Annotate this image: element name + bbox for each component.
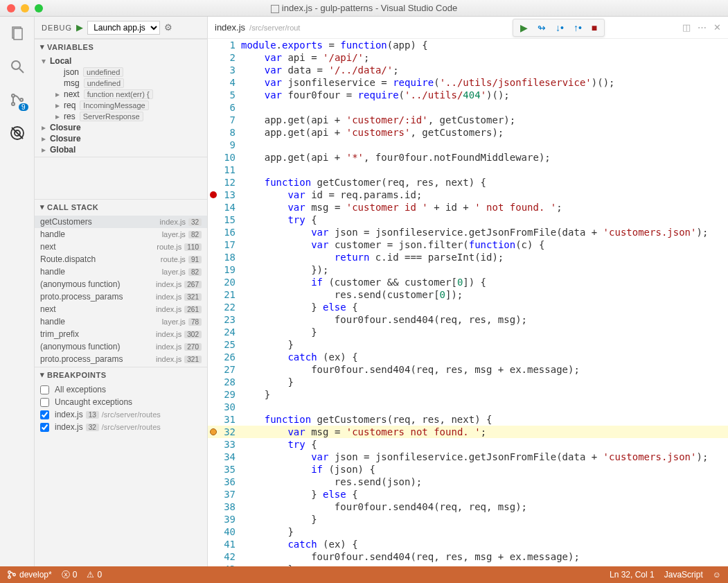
stack-frame[interactable]: handlelayer.js82 — [35, 266, 207, 278]
feedback-icon[interactable]: ☺ — [713, 570, 721, 580]
code-line[interactable]: 19 }); — [208, 263, 728, 276]
code-line[interactable]: 6 — [208, 101, 728, 114]
breakpoint-dot-icon[interactable] — [210, 191, 217, 198]
stop-button[interactable]: ■ — [592, 22, 597, 33]
code-line[interactable]: 21 res.send(customer[0]); — [208, 288, 728, 301]
code-line[interactable]: 41 catch (ex) { — [208, 538, 728, 550]
debug-icon[interactable] — [8, 123, 27, 143]
variable-row[interactable]: ▸resServerResponse — [35, 111, 207, 122]
debug-settings-button[interactable]: ⚙ — [164, 22, 172, 33]
breakpoint-checkbox[interactable] — [40, 423, 49, 432]
variable-row[interactable]: msgundefined — [35, 78, 207, 89]
continue-button[interactable]: ▶ — [520, 22, 528, 33]
more-icon[interactable]: ⋯ — [698, 22, 707, 33]
code-line[interactable]: 40 } — [208, 525, 728, 538]
step-over-button[interactable]: ↬ — [538, 22, 546, 33]
code-line[interactable]: 27 four0four.send404(req, res, msg + ex.… — [208, 363, 728, 376]
errors-status[interactable]: ⓧ0 — [62, 569, 78, 581]
debug-config-select[interactable]: Launch app.js — [87, 21, 160, 35]
code-line[interactable]: 29 } — [208, 388, 728, 401]
code-line[interactable]: 35 if (json) { — [208, 463, 728, 476]
callstack-section-header[interactable]: ▾CALL STACK — [35, 200, 207, 214]
stack-frame[interactable]: handlelayer.js78 — [35, 315, 207, 328]
code-line[interactable]: 5 var four0four = require('../utils/404'… — [208, 89, 728, 101]
code-line[interactable]: 43 } — [208, 563, 728, 566]
code-line[interactable]: 38 four0four.send404(req, req, msg); — [208, 501, 728, 513]
code-line[interactable]: 25 } — [208, 338, 728, 351]
variable-row[interactable]: ▸nextfunction next(err) { — [35, 89, 207, 100]
code-line[interactable]: 10 app.get(api + '*', four0four.notFound… — [208, 151, 728, 164]
code-line[interactable]: 14 var msg = 'customer id ' + id + ' not… — [208, 201, 728, 214]
step-out-button[interactable]: ↑• — [574, 22, 582, 33]
stack-frame[interactable]: handlelayer.js82 — [35, 228, 207, 241]
close-editor-icon[interactable]: ✕ — [713, 22, 721, 33]
split-editor-icon[interactable]: ◫ — [682, 22, 691, 33]
code-line[interactable]: 30 — [208, 401, 728, 413]
code-line[interactable]: 1module.exports = function(app) { — [208, 39, 728, 51]
breakpoint-row[interactable]: Uncaught exceptions — [35, 396, 207, 408]
variable-scope[interactable]: ▾Local — [35, 55, 207, 67]
language-mode[interactable]: JavaScript — [664, 570, 703, 580]
code-line[interactable]: 12 function getCustomer(req, res, next) … — [208, 176, 728, 189]
breakpoint-row[interactable]: All exceptions — [35, 383, 207, 396]
code-line[interactable]: 18 return c.id === parseInt(id); — [208, 251, 728, 263]
step-into-button[interactable]: ↓• — [556, 22, 564, 33]
source-control-icon[interactable]: 9 — [8, 90, 27, 110]
code-line[interactable]: 7 app.get(api + 'customer/:id', getCusto… — [208, 114, 728, 126]
code-line[interactable]: 8 app.get(api + 'customers', getCustomer… — [208, 126, 728, 139]
code-line[interactable]: 2 var api = '/api/'; — [208, 51, 728, 64]
variable-scope[interactable]: ▸Global — [35, 144, 207, 155]
code-line[interactable]: 34 var json = jsonfileservice.getJsonFro… — [208, 451, 728, 463]
code-line[interactable]: 24 } — [208, 326, 728, 338]
variables-section-header[interactable]: ▾VARIABLES — [35, 40, 207, 54]
code-line[interactable]: 11 — [208, 164, 728, 176]
breakpoint-checkbox[interactable] — [40, 410, 49, 419]
code-line[interactable]: 39 } — [208, 513, 728, 525]
code-line[interactable]: 3 var data = '/../data/'; — [208, 64, 728, 76]
breakpoint-checkbox[interactable] — [40, 385, 49, 394]
variable-scope[interactable]: ▸Closure — [35, 122, 207, 133]
code-line[interactable]: 4 var jsonfileservice = require('../util… — [208, 76, 728, 89]
code-line[interactable]: 13 var id = req.params.id; — [208, 189, 728, 201]
variable-scope[interactable]: ▸Closure — [35, 133, 207, 144]
code-line[interactable]: 15 try { — [208, 214, 728, 226]
breakpoint-row[interactable]: index.js13/src/server/routes — [35, 408, 207, 421]
stack-frame[interactable]: Route.dispatchroute.js91 — [35, 253, 207, 266]
stack-frame[interactable]: nextindex.js261 — [35, 303, 207, 315]
branch-status[interactable]: develop* — [7, 570, 52, 580]
variable-row[interactable]: ▸reqIncomingMessage — [35, 100, 207, 111]
code-line[interactable]: 28 } — [208, 376, 728, 388]
code-line[interactable]: 42 four0four.send404(req, res, msg + ex.… — [208, 550, 728, 563]
code-line[interactable]: 36 res.send(json); — [208, 476, 728, 488]
code-line[interactable]: 17 var customer = json.filter(function(c… — [208, 238, 728, 251]
stack-frame[interactable]: nextroute.js110 — [35, 241, 207, 253]
code-line[interactable]: 32 var msg = 'customers not found. '; — [208, 426, 728, 438]
code-line[interactable]: 16 var json = jsonfileservice.getJsonFro… — [208, 226, 728, 238]
code-line[interactable]: 31 function getCustomers(req, res, next)… — [208, 413, 728, 426]
breakpoint-checkbox[interactable] — [40, 398, 49, 407]
cursor-position[interactable]: Ln 32, Col 1 — [610, 570, 655, 580]
code-line[interactable]: 22 } else { — [208, 301, 728, 313]
code-line[interactable]: 33 try { — [208, 438, 728, 451]
stack-frame[interactable]: (anonymous function)index.js270 — [35, 340, 207, 353]
stack-frame[interactable]: proto.process_paramsindex.js321 — [35, 290, 207, 303]
code-line[interactable]: 9 — [208, 139, 728, 151]
editor-tab[interactable]: index.js /src/server/rout — [215, 22, 300, 33]
current-breakpoint-icon[interactable] — [210, 428, 217, 435]
breakpoints-section-header[interactable]: ▾BREAKPOINTS — [35, 367, 207, 382]
code-line[interactable]: 20 if (customer && customer[0]) { — [208, 276, 728, 288]
code-editor[interactable]: 1module.exports = function(app) {2 var a… — [208, 39, 728, 566]
stack-frame[interactable]: getCustomersindex.js32 — [35, 216, 207, 228]
code-line[interactable]: 37 } else { — [208, 488, 728, 501]
warnings-status[interactable]: ⚠0 — [87, 570, 102, 580]
stack-frame[interactable]: trim_prefixindex.js302 — [35, 328, 207, 340]
stack-frame[interactable]: (anonymous function)index.js267 — [35, 278, 207, 290]
code-line[interactable]: 23 four0four.send404(req, res, msg); — [208, 313, 728, 326]
start-debug-button[interactable]: ▶ — [76, 22, 83, 33]
variable-row[interactable]: jsonundefined — [35, 67, 207, 78]
explorer-icon[interactable] — [8, 24, 27, 43]
search-icon[interactable] — [8, 57, 27, 76]
code-line[interactable]: 26 catch (ex) { — [208, 351, 728, 363]
breakpoint-row[interactable]: index.js32/src/server/routes — [35, 421, 207, 433]
stack-frame[interactable]: proto.process_paramsindex.js321 — [35, 353, 207, 365]
